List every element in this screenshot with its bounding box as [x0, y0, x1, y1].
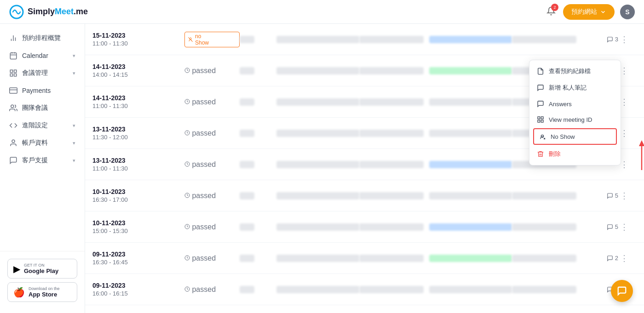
more-button[interactable]: ⋮: [618, 251, 637, 265]
comment-icon: [607, 255, 613, 262]
sidebar-nav: 預約排程概覽 Calendar ▾ 會議管理: [0, 24, 85, 251]
sidebar-item-meeting-label: 會議管理: [22, 69, 48, 77]
chevron-down-icon3: ▾: [73, 123, 75, 129]
avatar-blur: [240, 67, 254, 74]
notification-button[interactable]: 2: [545, 5, 558, 19]
info-blur: [512, 36, 576, 43]
more-button[interactable]: ⋮: [618, 220, 637, 234]
svg-rect-11: [10, 74, 12, 76]
dropdown-view-record-label: 查看預約紀錄檔: [549, 67, 591, 75]
user-avatar[interactable]: S: [620, 5, 635, 19]
app-store-button[interactable]: 🍎 Download on the App Store: [7, 282, 77, 302]
svg-rect-21: [541, 120, 543, 122]
avatar-blur: [240, 36, 254, 43]
svg-point-14: [11, 105, 14, 108]
google-play-button[interactable]: ▶ GET IT ON Google Play: [7, 259, 77, 279]
book-button[interactable]: 預約網站: [563, 4, 615, 20]
comment-count: 5: [581, 223, 618, 230]
time: 14:00 - 14:15: [92, 71, 184, 78]
dropdown-view-record[interactable]: 查看預約紀錄檔: [529, 63, 621, 80]
chevron-down-icon: ▾: [73, 53, 75, 59]
sidebar-footer: ▶ GET IT ON Google Play 🍎 Download on th…: [0, 251, 85, 313]
content-area: 15-11-2023 11:00 - 11:30 noShow: [85, 24, 644, 313]
users-icon: [9, 104, 17, 112]
google-play-icon: ▶: [13, 263, 20, 274]
clock-icon: [184, 255, 190, 261]
dropdown-no-show-label: No Show: [551, 133, 575, 140]
svg-rect-10: [14, 74, 17, 76]
sidebar-item-support[interactable]: 客戶支援 ▾: [0, 152, 85, 169]
clock-icon: [184, 286, 190, 292]
user-icon: [9, 139, 17, 147]
table-row: 09-11-202316:00 - 16:15 passed 2 ⋮: [85, 274, 644, 305]
svg-rect-4: [10, 53, 17, 59]
chevron-down-icon5: ▾: [73, 158, 75, 164]
table-row: 09-11-202315:30 - 16:00 passed 1 ⋮: [85, 305, 644, 313]
name-blur: [276, 67, 359, 74]
date: 15-11-2023: [92, 32, 184, 39]
code-icon: [9, 121, 17, 130]
chevron-down-icon4: ▾: [73, 140, 75, 146]
type-blur: [429, 36, 512, 43]
avatar-blur: [240, 98, 254, 106]
more-button[interactable]: ⋮: [618, 95, 637, 109]
dropdown-menu: 查看預約紀錄檔 新增 私人筆記 Answers: [529, 60, 621, 165]
email-blur: [359, 67, 424, 74]
sidebar: 預約排程概覽 Calendar ▾ 會議管理: [0, 24, 85, 313]
more-button[interactable]: ⋮: [618, 33, 637, 46]
comment-count: 5: [581, 192, 618, 199]
topbar-right: 2 預約網站 S: [545, 4, 635, 20]
noshow-icon: [188, 37, 193, 42]
bookings-table: 15-11-2023 11:00 - 11:30 noShow: [85, 24, 644, 313]
status-badge: passed: [184, 67, 240, 75]
more-button[interactable]: ⋮: [618, 64, 637, 78]
more-button[interactable]: ⋮: [618, 189, 637, 203]
trash-icon: [537, 150, 544, 158]
table-row: 10-11-202315:00 - 15:30 passed 5 ⋮: [85, 211, 644, 243]
clock-icon: [184, 193, 190, 198]
grid-icon: [9, 69, 17, 77]
email-blur: [359, 36, 424, 43]
clock-icon: [184, 224, 190, 229]
dropdown-answers[interactable]: Answers: [529, 96, 621, 112]
comment-icon: [607, 36, 613, 43]
notification-badge: 2: [551, 4, 558, 11]
sidebar-item-meeting-mgmt[interactable]: 會議管理 ▾: [0, 64, 85, 82]
sidebar-item-advanced[interactable]: 進階設定 ▾: [0, 117, 85, 134]
sidebar-item-calendar-label: Calendar: [22, 52, 48, 59]
credit-card-icon: [9, 86, 17, 95]
date: 14-11-2023: [92, 63, 184, 70]
topbar: SimplyMeet.me 2 預約網站 S: [0, 0, 644, 24]
dropdown-answers-label: Answers: [549, 101, 572, 108]
comment-icon: [607, 193, 613, 199]
meeting-id-icon: [537, 116, 544, 123]
dropdown-view-meeting-id[interactable]: View meeting ID: [529, 112, 621, 127]
more-button[interactable]: ⋮: [618, 126, 637, 140]
sidebar-item-calendar[interactable]: Calendar ▾: [0, 47, 85, 64]
dropdown-delete-label: 刪除: [549, 150, 561, 158]
status-badge: noShow: [184, 32, 240, 47]
comment-count: 2: [581, 255, 618, 262]
user-x-icon: [539, 133, 546, 140]
sidebar-item-dashboard-label: 預約排程概覽: [22, 34, 61, 42]
clock-icon: [184, 68, 190, 73]
chat-fab[interactable]: [611, 280, 633, 302]
calendar-icon: [9, 51, 17, 60]
dropdown-no-show[interactable]: No Show: [533, 128, 617, 145]
sidebar-item-account[interactable]: 帳戶資料 ▾: [0, 134, 85, 152]
dropdown-delete[interactable]: 刪除: [529, 146, 621, 162]
dropdown-add-note[interactable]: 新增 私人筆記: [529, 80, 621, 96]
more-button[interactable]: ⋮: [618, 158, 637, 171]
sidebar-item-payments[interactable]: Payments: [0, 82, 85, 99]
sidebar-item-team[interactable]: 團隊會議: [0, 99, 85, 117]
name-blur: [276, 36, 359, 43]
comment-icon: [607, 224, 613, 230]
svg-rect-20: [541, 117, 543, 119]
clock-icon: [184, 161, 190, 167]
sidebar-item-dashboard[interactable]: 預約排程概覽: [0, 29, 85, 47]
svg-rect-8: [10, 70, 12, 72]
svg-rect-19: [538, 117, 540, 119]
chat-icon: [617, 286, 627, 296]
dropdown-add-note-label: 新增 私人筆記: [549, 84, 586, 92]
svg-rect-22: [538, 120, 540, 122]
